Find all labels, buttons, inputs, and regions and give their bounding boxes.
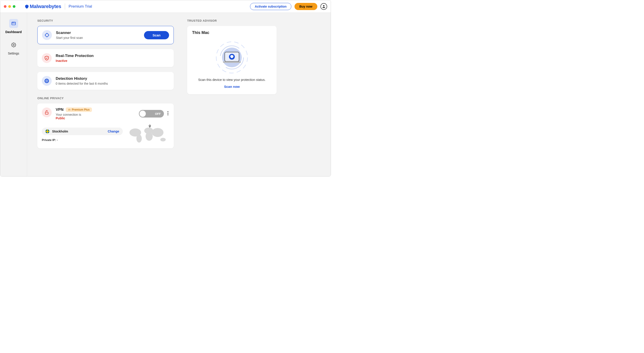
svg-point-18 bbox=[136, 134, 142, 143]
vpn-subtitle: Your connection is bbox=[56, 113, 135, 116]
history-card[interactable]: Detection History 0 items detected for t… bbox=[37, 72, 174, 90]
dashboard-icon bbox=[9, 19, 18, 28]
sidebar-item-settings[interactable]: Settings bbox=[8, 40, 19, 55]
account-button[interactable] bbox=[320, 3, 327, 10]
toggle-knob bbox=[140, 111, 146, 117]
svg-rect-27 bbox=[223, 61, 241, 63]
laptop-scan-icon bbox=[214, 39, 250, 75]
close-window-button[interactable] bbox=[4, 5, 6, 8]
titlebar: Malwarebytes Premium Trial Activate subs… bbox=[0, 0, 331, 13]
svg-point-0 bbox=[323, 5, 324, 6]
scanner-subtitle: Start your first scan bbox=[56, 36, 140, 39]
advisor-illustration bbox=[192, 37, 272, 77]
section-advisor-label: TRUSTED ADVISOR bbox=[187, 19, 276, 22]
brand-separator bbox=[65, 3, 65, 9]
crosshair-icon bbox=[42, 30, 52, 40]
advisor-card: This Mac Scan this device to view you bbox=[187, 26, 276, 94]
vpn-menu-button[interactable] bbox=[166, 111, 169, 116]
vpn-toggle[interactable]: OFF bbox=[139, 110, 164, 117]
crown-icon bbox=[68, 108, 71, 111]
svg-point-15 bbox=[168, 113, 168, 114]
svg-point-22 bbox=[160, 138, 166, 141]
change-location-link[interactable]: Change bbox=[108, 130, 119, 133]
svg-point-21 bbox=[152, 128, 164, 137]
activate-subscription-button[interactable]: Activate subscription bbox=[250, 3, 291, 10]
world-map bbox=[127, 124, 169, 145]
map-pin-icon bbox=[148, 124, 152, 129]
advisor-title: This Mac bbox=[192, 30, 272, 35]
svg-rect-1 bbox=[12, 22, 16, 25]
svg-point-16 bbox=[168, 114, 168, 115]
history-title: Detection History bbox=[56, 76, 169, 81]
private-ip-label: Private IP: - bbox=[42, 138, 123, 142]
brand-text: Malwarebytes bbox=[30, 3, 61, 9]
svg-point-5 bbox=[46, 33, 48, 37]
svg-point-14 bbox=[168, 111, 168, 112]
window-controls bbox=[4, 5, 16, 8]
section-security-label: SECURITY bbox=[37, 19, 174, 22]
sidebar-item-label: Dashboard bbox=[5, 30, 22, 34]
scan-now-link[interactable]: Scan now bbox=[192, 85, 272, 88]
user-icon bbox=[322, 4, 326, 8]
history-subtitle: 0 items detected for the last 6 months bbox=[56, 82, 169, 85]
trial-label: Premium Trial bbox=[69, 4, 92, 9]
vpn-card: VPN Premium Plus Your connection is Publ… bbox=[37, 103, 174, 148]
gear-icon bbox=[9, 40, 18, 49]
svg-point-12 bbox=[46, 80, 47, 81]
brand: Malwarebytes Premium Trial bbox=[24, 3, 92, 9]
sidebar: Dashboard Settings bbox=[0, 13, 27, 176]
vpn-location: Stockholm bbox=[52, 130, 105, 133]
rtp-card[interactable]: Real-Time Protection Inactive bbox=[37, 49, 174, 67]
svg-point-4 bbox=[13, 44, 14, 45]
shield-alert-icon bbox=[42, 53, 52, 63]
toggle-label: OFF bbox=[155, 112, 161, 115]
radar-icon bbox=[42, 76, 52, 86]
badge-text: Premium Plus bbox=[72, 108, 90, 111]
scanner-title: Scanner bbox=[56, 31, 140, 35]
scanner-card[interactable]: Scanner Start your first scan Scan bbox=[37, 26, 174, 44]
svg-point-20 bbox=[146, 132, 153, 141]
section-privacy-label: ONLINE PRIVACY bbox=[37, 96, 174, 100]
advisor-message: Scan this device to view your protection… bbox=[192, 78, 272, 81]
premium-plus-badge: Premium Plus bbox=[66, 107, 92, 112]
sweden-flag-icon bbox=[46, 129, 50, 133]
kebab-icon bbox=[168, 111, 168, 115]
scan-button[interactable]: Scan bbox=[144, 31, 169, 39]
svg-rect-13 bbox=[46, 112, 48, 114]
vpn-title: VPN bbox=[56, 107, 64, 112]
logo: Malwarebytes bbox=[24, 3, 61, 9]
vpn-location-chip[interactable]: Stockholm Change bbox=[42, 128, 123, 135]
maximize-window-button[interactable] bbox=[13, 5, 16, 8]
rtp-status: Inactive bbox=[56, 59, 169, 62]
sidebar-item-label: Settings bbox=[8, 52, 19, 55]
logo-icon bbox=[24, 4, 29, 9]
buy-now-button[interactable]: Buy now bbox=[294, 3, 317, 10]
lock-open-icon bbox=[42, 107, 52, 117]
rtp-title: Real-Time Protection bbox=[56, 54, 169, 58]
vpn-status: Public bbox=[56, 116, 135, 120]
sidebar-item-dashboard[interactable]: Dashboard bbox=[5, 19, 22, 34]
minimize-window-button[interactable] bbox=[8, 5, 11, 8]
